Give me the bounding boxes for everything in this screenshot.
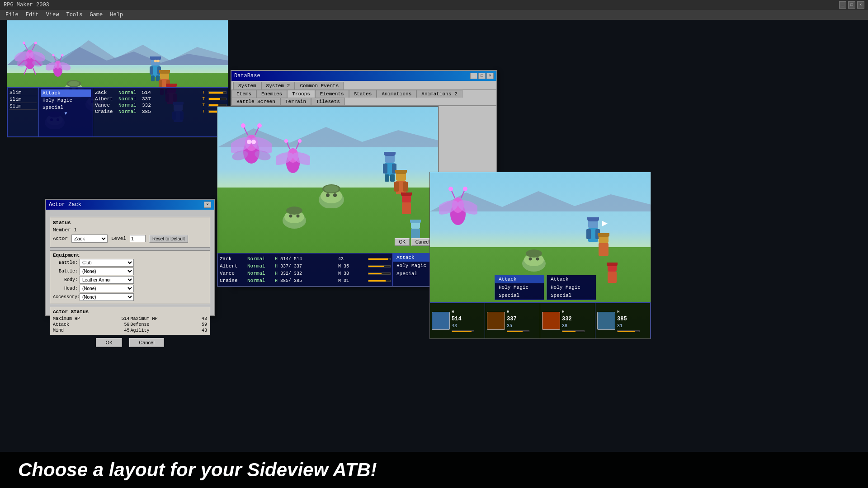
- tab-battle-screen[interactable]: Battle Screen: [231, 98, 280, 105]
- party-hp-craise: 385: [142, 109, 201, 114]
- action-panel-main[interactable]: Attack Holy Magic Special: [547, 275, 596, 300]
- level-input[interactable]: [130, 235, 146, 242]
- enemy-name-3: Slim: [9, 103, 37, 110]
- portrait-hp-vance: 332: [562, 315, 585, 323]
- svg-point-11: [34, 42, 37, 44]
- skill-special[interactable]: Special: [41, 104, 91, 111]
- svg-rect-110: [395, 170, 407, 174]
- hero-albert-3: [595, 233, 612, 263]
- svg-point-100: [297, 215, 300, 218]
- actor-cancel-btn[interactable]: Cancel: [129, 338, 164, 347]
- actor-ok-btn[interactable]: OK: [96, 338, 122, 347]
- skill-panel[interactable]: Attack Holy Magic Special ▼: [39, 87, 93, 137]
- action-panel-sub[interactable]: Attack Holy Magic Special: [495, 275, 544, 300]
- actor-editor-controls: ×: [204, 202, 211, 208]
- member-label: Member 1: [53, 227, 77, 233]
- portrait-stats-vance: H 332 38: [562, 310, 585, 332]
- tab-animations[interactable]: Animations: [377, 90, 416, 98]
- bsr-hp-zack: 514/ 514: [280, 257, 335, 262]
- party-row-vance: Vance Normal 332 T: [95, 102, 226, 108]
- atb-fill-zack-2: [368, 258, 388, 260]
- tab-common-events[interactable]: Common Events: [295, 82, 344, 89]
- portrait-face-albert: [487, 312, 505, 330]
- scroll-down-arrow[interactable]: ▼: [41, 111, 91, 116]
- close-btn[interactable]: ×: [857, 1, 864, 9]
- party-row-zack: Zack Normal 514 T: [95, 89, 226, 96]
- menu-view[interactable]: View: [42, 11, 63, 19]
- menu-game[interactable]: Game: [86, 11, 106, 19]
- svg-rect-107: [385, 174, 389, 182]
- main-action-special[interactable]: Special: [547, 291, 596, 300]
- slime-large-2: [281, 206, 308, 229]
- main-action-attack[interactable]: Attack: [547, 275, 596, 283]
- portrait-vance: H 332 38: [540, 303, 595, 338]
- svg-point-133: [526, 249, 542, 258]
- maximize-btn[interactable]: □: [848, 1, 855, 9]
- reset-to-default-btn[interactable]: Reset to Default: [149, 235, 188, 243]
- minimize-btn[interactable]: _: [839, 1, 846, 9]
- svg-rect-135: [587, 217, 599, 221]
- app-title: RPG Maker 2003: [4, 2, 49, 8]
- equip-slot-battle2: Battle:: [53, 269, 78, 274]
- svg-rect-103: [384, 152, 396, 156]
- equip-accessory-select[interactable]: (None): [80, 293, 134, 301]
- equip-body-select[interactable]: Leather Armor: [80, 276, 134, 284]
- tab-states[interactable]: States: [349, 90, 377, 98]
- db-close[interactable]: ×: [486, 73, 494, 79]
- actor-editor-close[interactable]: ×: [204, 202, 211, 208]
- party-hp-vance: 332: [142, 103, 201, 108]
- stat-defense: Defense 59: [131, 322, 208, 327]
- tab-enemies[interactable]: Enemies: [256, 90, 287, 98]
- menu-edit[interactable]: Edit: [22, 11, 42, 19]
- equip-battle1-select[interactable]: Club: [80, 259, 134, 267]
- svg-rect-49: [151, 75, 155, 81]
- portrait-mp-craise: 31: [617, 323, 640, 329]
- portrait-atb-zack: [452, 330, 474, 332]
- portrait-atb-fill-vance: [562, 331, 576, 332]
- bsr-albert-2: Albert Normal H 337/ 337 M 35: [220, 263, 391, 270]
- party-hp-zack: 514: [142, 90, 201, 95]
- tab-system[interactable]: System: [233, 82, 261, 89]
- skill-holy-magic[interactable]: Holy Magic: [41, 97, 91, 104]
- menu-file[interactable]: File: [2, 11, 22, 19]
- portrait-zack: H 514 43: [430, 303, 485, 338]
- caption-text: Choose a layout for your Sideview ATB!: [18, 459, 377, 481]
- db-minimize[interactable]: _: [470, 73, 477, 79]
- portrait-stats-zack: H 514 43: [452, 310, 474, 332]
- sub-action-holy-magic[interactable]: Holy Magic: [495, 283, 544, 291]
- db-maximize[interactable]: □: [478, 73, 486, 79]
- main-action-holy-magic[interactable]: Holy Magic: [547, 283, 596, 291]
- sub-action-attack[interactable]: Attack: [495, 275, 544, 283]
- battle-ok[interactable]: OK: [395, 238, 409, 246]
- skill-attack[interactable]: Attack: [41, 89, 91, 97]
- menu-tools[interactable]: Tools: [62, 11, 86, 19]
- svg-point-128: [463, 187, 467, 191]
- tab-animations2[interactable]: Animations 2: [416, 90, 462, 98]
- equip-battle2-select[interactable]: (None): [80, 267, 134, 275]
- sub-action-special[interactable]: Special: [495, 291, 544, 300]
- stat-maxhp-label: Maximum HP: [53, 316, 80, 321]
- fairy-large-1: [231, 116, 272, 174]
- atb-container-craise-2: [368, 280, 391, 282]
- portrait-atb-vance: [562, 330, 585, 332]
- equip-head-select[interactable]: (None): [80, 285, 134, 292]
- svg-rect-112: [394, 182, 399, 192]
- equip-slot-accessory: Accessory:: [53, 295, 78, 300]
- menu-help[interactable]: Help: [106, 11, 127, 19]
- portrait-hp-zack: 514: [452, 315, 474, 323]
- tab-tilesets[interactable]: Tilesets: [311, 98, 345, 105]
- stat-maxmp-value: 43: [202, 316, 207, 321]
- party-name-zack: Zack: [95, 90, 117, 95]
- tab-system2[interactable]: System 2: [261, 82, 295, 89]
- actor-select[interactable]: Zack Albert Vance Craise: [71, 235, 108, 243]
- tab-items[interactable]: Items: [231, 90, 256, 98]
- equip-slot-body: Body:: [53, 277, 78, 282]
- atb-bar-zack: [209, 92, 223, 94]
- tab-elements[interactable]: Elements: [315, 90, 349, 98]
- atb-fill-craise-2: [368, 280, 386, 282]
- tab-terrain[interactable]: Terrain: [280, 98, 311, 105]
- atb-label-zack: T: [203, 90, 205, 95]
- party-name-albert: Albert: [95, 96, 117, 102]
- status-section: Status Member 1 Actor Zack Albert Vance …: [50, 217, 210, 248]
- atb-fill-vance-2: [368, 273, 382, 274]
